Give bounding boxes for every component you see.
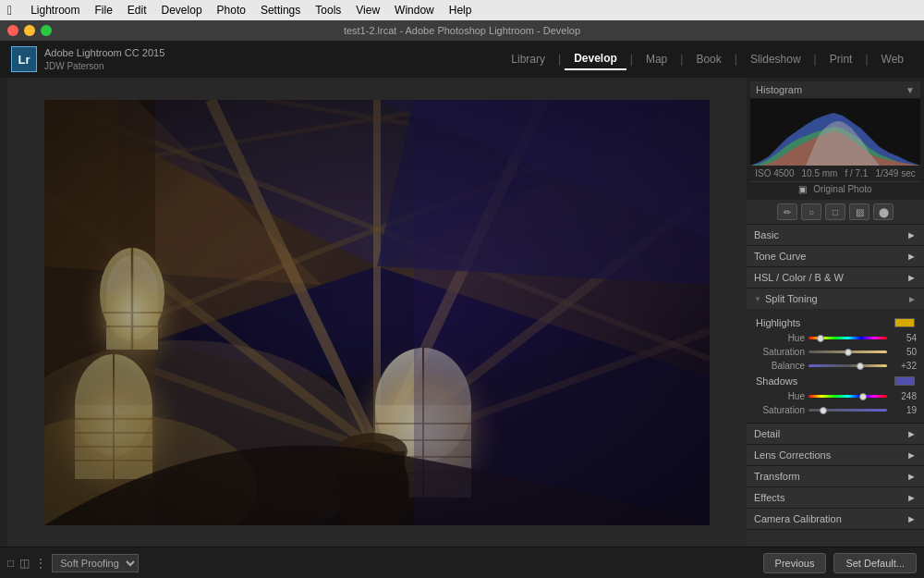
minimize-button[interactable] (24, 25, 35, 36)
transform-arrow: ► (906, 471, 917, 482)
set-default-button[interactable]: Set Default... (833, 553, 917, 573)
window-controls (7, 25, 52, 36)
image-area[interactable] (7, 78, 747, 547)
menu-view[interactable]: View (356, 4, 380, 17)
highlights-color-swatch[interactable] (894, 318, 915, 327)
shadows-sat-slider[interactable] (808, 409, 887, 412)
tool-redeye[interactable]: □ (825, 203, 845, 220)
detail-label: Detail (754, 428, 780, 439)
effects-label: Effects (754, 492, 784, 503)
split-toning-section: ▼ Split Toning ► Highlights Hue (747, 289, 924, 424)
transform-section-header[interactable]: Transform ► (747, 466, 924, 487)
menu-window[interactable]: Window (395, 4, 434, 17)
highlights-saturation-row: Saturation 50 (750, 345, 920, 359)
camera-calibration-arrow: ► (906, 513, 917, 524)
soft-proofing-select[interactable]: Soft Proofing (52, 554, 139, 572)
lens-corrections-arrow: ► (906, 449, 917, 461)
original-photo-label[interactable]: ▣ Original Photo (750, 181, 920, 196)
shadows-hue-value: 248 (891, 391, 917, 401)
shadows-hue-label: Hue (754, 391, 805, 401)
hsl-section-header[interactable]: HSL / Color / B & W ► (747, 267, 924, 289)
svg-rect-51 (44, 100, 710, 525)
user-name: JDW Paterson (44, 60, 164, 72)
hsl-arrow: ► (906, 272, 917, 283)
shadows-group-header: Shadows (750, 373, 920, 389)
effects-section-header[interactable]: Effects ► (747, 487, 924, 509)
shadows-sat-label: Saturation (754, 405, 805, 415)
tool-gradient[interactable]: ▨ (849, 203, 869, 220)
view-grid-icon[interactable]: ◫ (19, 557, 30, 570)
histogram-info: ISO 4500 10.5 mm f / 7.1 1/349 sec (750, 166, 920, 181)
left-panel (0, 78, 7, 547)
close-button[interactable] (7, 25, 18, 36)
split-toning-arrow: ► (907, 294, 917, 304)
previous-button[interactable]: Previous (763, 553, 827, 573)
shadows-hue-slider[interactable] (808, 395, 887, 398)
highlights-hue-label: Hue (754, 333, 805, 343)
right-panel: Histogram ▼ ISO 4500 10. (747, 78, 924, 547)
aperture-info: f / 7.1 (845, 168, 868, 178)
tool-crop[interactable]: ✏ (777, 203, 797, 220)
menu-help[interactable]: Help (449, 4, 472, 17)
histogram-arrow: ▼ (906, 85, 915, 95)
tool-adjust[interactable]: ⬤ (873, 203, 894, 220)
highlights-sat-slider[interactable] (808, 350, 887, 353)
lr-info: Adobe Lightroom CC 2015 JDW Paterson (44, 46, 164, 71)
menu-develop[interactable]: Develop (162, 4, 202, 17)
transform-label: Transform (754, 471, 800, 482)
highlights-label: Highlights (756, 317, 800, 328)
view-single-icon[interactable]: □ (7, 557, 14, 570)
tab-slideshow[interactable]: Slideshow (741, 49, 810, 69)
menu-tools[interactable]: Tools (315, 4, 341, 17)
orig-check-icon: ▣ (798, 184, 807, 194)
iso-info: ISO 4500 (755, 168, 794, 178)
tab-map[interactable]: Map (637, 49, 676, 69)
histogram-label: Histogram (756, 84, 802, 95)
menu-edit[interactable]: Edit (128, 4, 147, 17)
menu-photo[interactable]: Photo (217, 4, 246, 17)
shadows-sat-value: 19 (891, 405, 917, 415)
basic-arrow: ► (906, 229, 917, 240)
balance-row: Balance +32 (750, 359, 920, 373)
balance-value: +32 (891, 361, 917, 371)
tone-curve-label: Tone Curve (754, 251, 806, 262)
view-compare-icon[interactable]: ⋮ (35, 557, 46, 570)
histogram-section: Histogram ▼ ISO 4500 10. (747, 78, 924, 200)
detail-section-header[interactable]: Detail ► (747, 424, 924, 445)
maximize-button[interactable] (41, 25, 52, 36)
lens-corrections-section-header[interactable]: Lens Corrections ► (747, 445, 924, 466)
hsl-label: HSL / Color / B & W (754, 272, 844, 283)
highlights-hue-slider[interactable] (808, 337, 887, 339)
histogram-header[interactable]: Histogram ▼ (750, 81, 920, 99)
photo-svg (44, 100, 710, 525)
split-toning-toggle: ▼ (754, 295, 761, 302)
focal-info: 10.5 mm (801, 168, 837, 178)
shadows-saturation-row: Saturation 19 (750, 403, 920, 417)
highlights-group-header: Highlights (750, 314, 920, 331)
menu-settings[interactable]: Settings (261, 4, 300, 17)
basic-label: Basic (754, 229, 779, 240)
split-toning-header[interactable]: ▼ Split Toning ► (747, 289, 924, 309)
tool-spot[interactable]: ○ (801, 203, 821, 220)
camera-calibration-section-header[interactable]: Camera Calibration ► (747, 509, 924, 530)
menu-lightroom[interactable]: Lightroom (30, 4, 79, 17)
tab-book[interactable]: Book (687, 49, 730, 69)
basic-section-header[interactable]: Basic ► (747, 225, 924, 246)
shutter-info: 1/349 sec (875, 168, 915, 178)
highlights-sat-label: Saturation (754, 347, 805, 357)
tab-develop[interactable]: Develop (565, 48, 626, 70)
tab-library[interactable]: Library (502, 49, 554, 69)
camera-calibration-label: Camera Calibration (754, 513, 842, 524)
photo-view (44, 100, 710, 525)
title-bar: test1-2.lrcat - Adobe Photoshop Lightroo… (0, 20, 924, 41)
shadows-hue-row: Hue 248 (750, 389, 920, 403)
histogram-chart (750, 99, 920, 166)
split-toning-content: Highlights Hue 54 Saturation (747, 309, 924, 423)
shadows-color-swatch[interactable] (894, 376, 915, 386)
apple-menu[interactable]:  (7, 3, 12, 18)
tab-web[interactable]: Web (872, 49, 913, 69)
menu-file[interactable]: File (95, 4, 113, 17)
balance-slider[interactable] (808, 364, 887, 367)
tone-curve-section-header[interactable]: Tone Curve ► (747, 246, 924, 267)
tab-print[interactable]: Print (821, 49, 862, 69)
